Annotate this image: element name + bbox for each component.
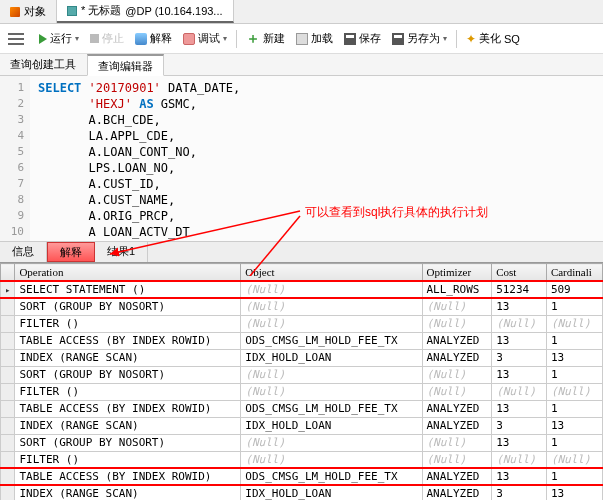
table-row[interactable]: FILTER ()(Null)(Null)(Null)(Null): [1, 315, 603, 332]
dropdown-icon: ▾: [443, 34, 447, 43]
table-row[interactable]: INDEX (RANGE SCAN)IDX_HOLD_LOANANALYZED3…: [1, 485, 603, 500]
editor-tabs: 查询创建工具 查询编辑器: [0, 54, 603, 76]
tab-conn-label: @DP (10.164.193...: [125, 5, 222, 17]
separator: [236, 30, 237, 48]
new-label: 新建: [263, 31, 285, 46]
debug-button[interactable]: 调试 ▾: [179, 29, 231, 48]
row-marker: [1, 400, 15, 417]
cell: ANALYZED: [422, 468, 492, 485]
save-label: 保存: [359, 31, 381, 46]
cell: ANALYZED: [422, 400, 492, 417]
row-marker-header: [1, 264, 15, 282]
cell: ANALYZED: [422, 332, 492, 349]
save-button[interactable]: 保存: [340, 29, 385, 48]
table-row[interactable]: FILTER ()(Null)(Null)(Null)(Null): [1, 451, 603, 468]
column-header[interactable]: Object: [241, 264, 422, 282]
table-row[interactable]: SORT (GROUP BY NOSORT)(Null)(Null)131: [1, 366, 603, 383]
cell: TABLE ACCESS (BY INDEX ROWID): [15, 468, 241, 485]
query-doc-icon: [67, 6, 77, 16]
tab-query-builder[interactable]: 查询创建工具: [0, 54, 87, 75]
table-row[interactable]: TABLE ACCESS (BY INDEX ROWID)ODS_CMSG_LM…: [1, 400, 603, 417]
code-area[interactable]: SELECT '20170901' DATA_DATE, 'HEXJ' AS G…: [30, 76, 603, 241]
explain-icon: [135, 33, 147, 45]
cell: 3: [492, 417, 547, 434]
table-row[interactable]: SELECT STATEMENT ()(Null)ALL_ROWS5123450…: [1, 281, 603, 298]
cell: SELECT STATEMENT (): [15, 281, 241, 298]
row-marker: [1, 417, 15, 434]
table-row[interactable]: INDEX (RANGE SCAN)IDX_HOLD_LOANANALYZED3…: [1, 349, 603, 366]
folder-icon: [296, 33, 308, 45]
cell: IDX_HOLD_LOAN: [241, 349, 422, 366]
load-label: 加载: [311, 31, 333, 46]
cell: FILTER (): [15, 451, 241, 468]
cell: (Null): [241, 298, 422, 315]
cell: (Null): [546, 383, 602, 400]
cell: (Null): [546, 451, 602, 468]
tab-objects[interactable]: 对象: [0, 0, 57, 23]
menu-button[interactable]: [8, 33, 24, 45]
new-button[interactable]: ＋ 新建: [242, 28, 289, 50]
tab-query-editor[interactable]: 查询编辑器: [87, 54, 164, 76]
cell: IDX_HOLD_LOAN: [241, 485, 422, 500]
cell: (Null): [241, 281, 422, 298]
explain-button[interactable]: 解释: [131, 29, 176, 48]
table-row[interactable]: FILTER ()(Null)(Null)(Null)(Null): [1, 383, 603, 400]
beautify-button[interactable]: ✦ 美化 SQ: [462, 29, 524, 48]
result-tabs: 信息 解释 结果1: [0, 241, 603, 263]
cell: ANALYZED: [422, 485, 492, 500]
run-button[interactable]: 运行 ▾: [35, 29, 83, 48]
cell: (Null): [422, 383, 492, 400]
row-marker: [1, 349, 15, 366]
row-marker: [1, 468, 15, 485]
explain-plan-grid[interactable]: OperationObjectOptimizerCostCardinali SE…: [0, 263, 603, 500]
cell: 13: [546, 485, 602, 500]
save-as-button[interactable]: 另存为 ▾: [388, 29, 451, 48]
cell: (Null): [546, 315, 602, 332]
cell: 13: [492, 366, 547, 383]
cell: (Null): [422, 451, 492, 468]
tab-result1[interactable]: 结果1: [95, 242, 148, 262]
cell: INDEX (RANGE SCAN): [15, 349, 241, 366]
cell: ODS_CMSG_LM_HOLD_FEE_TX: [241, 468, 422, 485]
column-header[interactable]: Cardinali: [546, 264, 602, 282]
objects-icon: [10, 7, 20, 17]
cell: 13: [546, 417, 602, 434]
cell: 1: [546, 400, 602, 417]
row-marker: [1, 366, 15, 383]
cell: ODS_CMSG_LM_HOLD_FEE_TX: [241, 400, 422, 417]
cell: (Null): [422, 366, 492, 383]
sql-editor[interactable]: 12345678910 SELECT '20170901' DATA_DATE,…: [0, 76, 603, 241]
row-marker: [1, 298, 15, 315]
debug-label: 调试: [198, 31, 220, 46]
bug-icon: [183, 33, 195, 45]
wand-icon: ✦: [466, 32, 476, 46]
table-row[interactable]: SORT (GROUP BY NOSORT)(Null)(Null)131: [1, 434, 603, 451]
stop-label: 停止: [102, 31, 124, 46]
explain-label: 解释: [150, 31, 172, 46]
table-row[interactable]: TABLE ACCESS (BY INDEX ROWID)ODS_CMSG_LM…: [1, 332, 603, 349]
tab-info[interactable]: 信息: [0, 242, 47, 262]
column-header[interactable]: Operation: [15, 264, 241, 282]
cell: (Null): [422, 434, 492, 451]
row-marker: [1, 434, 15, 451]
sql-label: SQ: [504, 33, 520, 45]
cell: 1: [546, 434, 602, 451]
table-row[interactable]: SORT (GROUP BY NOSORT)(Null)(Null)131: [1, 298, 603, 315]
column-header[interactable]: Cost: [492, 264, 547, 282]
cell: (Null): [241, 451, 422, 468]
cell: (Null): [241, 366, 422, 383]
row-marker: [1, 315, 15, 332]
table-row[interactable]: TABLE ACCESS (BY INDEX ROWID)ODS_CMSG_LM…: [1, 468, 603, 485]
cell: 51234: [492, 281, 547, 298]
tab-untitled-query[interactable]: * 无标题 @DP (10.164.193...: [57, 0, 234, 23]
column-header[interactable]: Optimizer: [422, 264, 492, 282]
cell: 1: [546, 298, 602, 315]
cell: ODS_CMSG_LM_HOLD_FEE_TX: [241, 332, 422, 349]
load-button[interactable]: 加载: [292, 29, 337, 48]
table-row[interactable]: INDEX (RANGE SCAN)IDX_HOLD_LOANANALYZED3…: [1, 417, 603, 434]
tab-explain-plan[interactable]: 解释: [47, 242, 95, 262]
stop-icon: [90, 34, 99, 43]
cell: 1: [546, 366, 602, 383]
cell: SORT (GROUP BY NOSORT): [15, 366, 241, 383]
cell: (Null): [241, 315, 422, 332]
